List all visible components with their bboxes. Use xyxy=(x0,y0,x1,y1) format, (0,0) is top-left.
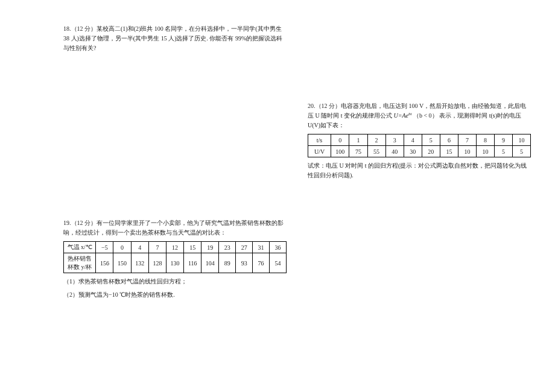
q20-formula: U=Aebt xyxy=(394,112,413,119)
table-row: U/V 100 75 55 40 30 20 15 10 10 5 5 xyxy=(308,146,531,157)
q19-sub1: （1）求热茶销售杯数对气温的线性回归方程； xyxy=(63,277,287,286)
q19-cell: −5 xyxy=(96,242,113,253)
q20-outro: 试求：电压 U 对时间 t 的回归方程(提示：对公式两边取自然对数，把问题转化为… xyxy=(308,161,531,180)
q20-cell: 8 xyxy=(477,134,495,146)
q19-sub2: （2）预测气温为−10 ℃时热茶的销售杯数. xyxy=(63,290,287,300)
q20-cell: 15 xyxy=(440,146,458,157)
table-row: t/s 0 1 2 3 4 5 6 7 8 9 10 xyxy=(308,134,531,146)
q19-cell: 27 xyxy=(236,242,253,253)
q19-cell: 31 xyxy=(253,242,270,253)
question-18: 18.（12 分）某校高二(1)和(2)班共 100 名同学，在分科选择中，一半… xyxy=(63,24,287,57)
q19-cell: 7 xyxy=(148,242,166,253)
q20-row2-label: U/V xyxy=(308,146,331,157)
q19-cell: 128 xyxy=(148,253,166,273)
table-row: 热杯销售杯数 y/杯 156 150 132 128 130 116 104 8… xyxy=(64,253,287,273)
question-19: 19.（12 分）有一位同学家里开了一个小卖部，他为了研究气温对热茶销售杯数的影… xyxy=(63,218,287,303)
question-20: 20.（12 分）电容器充电后，电压达到 100 V，然后开始放电，由经验知道，… xyxy=(308,101,531,184)
q20-cell: 30 xyxy=(404,146,422,157)
q20-intro: 20.（12 分）电容器充电后，电压达到 100 V，然后开始放电，由经验知道，… xyxy=(308,101,531,130)
q20-cell: 2 xyxy=(367,134,385,146)
q20-cell: 55 xyxy=(367,146,385,157)
q19-cell: 132 xyxy=(131,253,148,273)
q20-cell: 3 xyxy=(385,134,404,146)
q19-cell: 15 xyxy=(184,242,201,253)
q19-cell: 36 xyxy=(270,242,287,253)
q19-cell: 76 xyxy=(253,253,270,273)
q20-cell: 7 xyxy=(458,134,476,146)
q20-cell: 10 xyxy=(512,134,530,146)
table-row: 气温 x/℃ −5 0 4 7 12 15 19 23 27 31 36 xyxy=(64,242,287,253)
q20-cell: 4 xyxy=(404,134,422,146)
q20-cell: 1 xyxy=(349,134,367,146)
q19-cell: 4 xyxy=(131,242,148,253)
q20-cell: 40 xyxy=(385,146,404,157)
q20-cell: 0 xyxy=(331,134,349,146)
q19-table: 气温 x/℃ −5 0 4 7 12 15 19 23 27 31 36 热杯销… xyxy=(63,241,287,273)
q20-cell: 5 xyxy=(512,146,530,157)
q18-text: 18.（12 分）某校高二(1)和(2)班共 100 名同学，在分科选择中，一半… xyxy=(63,24,287,53)
q19-cell: 104 xyxy=(201,253,219,273)
q19-cell: 150 xyxy=(113,253,131,273)
q19-row2-label: 热杯销售杯数 y/杯 xyxy=(64,253,96,273)
q19-cell: 54 xyxy=(270,253,287,273)
q20-cell: 20 xyxy=(422,146,440,157)
q20-table: t/s 0 1 2 3 4 5 6 7 8 9 10 U/V 100 75 55… xyxy=(308,134,531,157)
q20-row1-label: t/s xyxy=(308,134,331,146)
q19-cell: 156 xyxy=(96,253,113,273)
q19-cell: 89 xyxy=(219,253,236,273)
q20-cell: 5 xyxy=(495,146,513,157)
q19-cell: 93 xyxy=(236,253,253,273)
q19-cell: 12 xyxy=(166,242,183,253)
q20-cell: 6 xyxy=(440,134,458,146)
q20-cell: 9 xyxy=(495,134,513,146)
q19-cell: 0 xyxy=(113,242,131,253)
q20-cell: 75 xyxy=(349,146,367,157)
q20-cell: 100 xyxy=(331,146,349,157)
q20-cell: 10 xyxy=(458,146,476,157)
q19-cell: 116 xyxy=(184,253,201,273)
q19-row1-label: 气温 x/℃ xyxy=(64,242,96,253)
q20-cell: 10 xyxy=(477,146,495,157)
q20-formula-pre: U=Ae xyxy=(394,112,409,119)
q19-cell: 19 xyxy=(201,242,219,253)
q20-formula-post: （b < 0） xyxy=(413,112,438,119)
q20-cell: 5 xyxy=(422,134,440,146)
q20-formula-exp: bt xyxy=(408,112,411,116)
q19-intro: 19.（12 分）有一位同学家里开了一个小卖部，他为了研究气温对热茶销售杯数的影… xyxy=(63,218,287,238)
q19-cell: 130 xyxy=(166,253,183,273)
q19-cell: 23 xyxy=(219,242,236,253)
